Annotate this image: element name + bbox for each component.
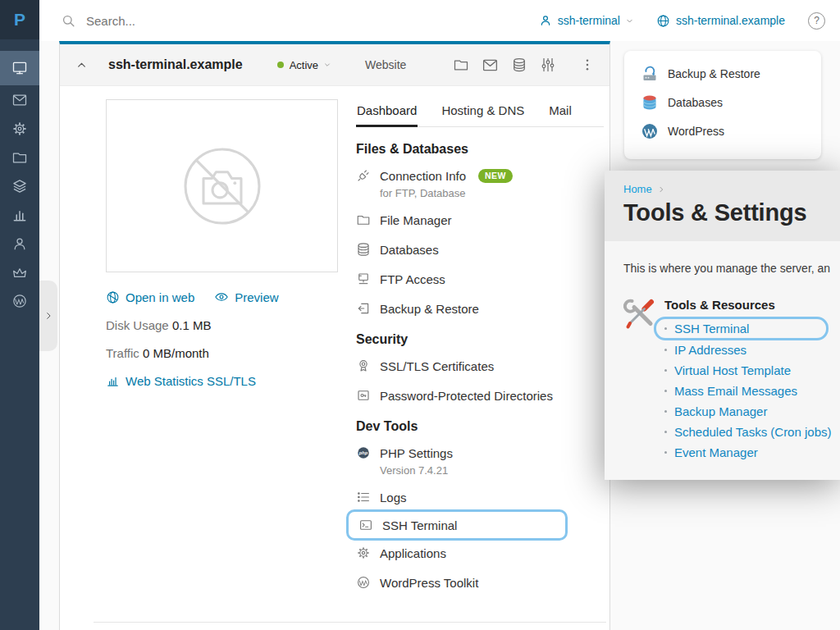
tools-link-label: Backup Manager bbox=[674, 404, 767, 418]
monitor-icon bbox=[11, 60, 28, 76]
collapse-chevron-up-icon[interactable] bbox=[76, 60, 87, 71]
sidebar-item-files[interactable] bbox=[0, 143, 39, 171]
sidebar-item-statistics[interactable] bbox=[0, 200, 39, 229]
preview-link[interactable]: Preview bbox=[214, 290, 278, 304]
wrench-screwdriver-icon bbox=[623, 297, 658, 464]
sidebar-nav bbox=[0, 51, 39, 315]
tools-link-label: Scheduled Tasks (Cron jobs) bbox=[674, 425, 831, 439]
item-connection-info[interactable]: Connection Info NEW bbox=[356, 167, 604, 185]
section-title-security: Security bbox=[356, 332, 604, 347]
tab-hosting-dns[interactable]: Hosting & DNS bbox=[441, 99, 525, 126]
sidebar-expand-flap[interactable] bbox=[39, 281, 57, 351]
bullet-dot bbox=[664, 451, 667, 454]
traffic-label: Traffic bbox=[106, 346, 139, 360]
tools-link-event-manager[interactable]: Event Manager bbox=[664, 444, 831, 460]
bullet-dot bbox=[664, 369, 667, 372]
quick-databases[interactable]: Databases bbox=[641, 94, 821, 111]
sidebar-item-settings[interactable] bbox=[0, 114, 39, 143]
tools-settings-overlay: Home Tools & Settings This is where you … bbox=[605, 171, 840, 480]
quick-wordpress[interactable]: WordPress bbox=[641, 123, 821, 139]
item-php-settings[interactable]: php PHP Settings bbox=[356, 444, 604, 462]
web-statistics-label: Web Statistics SSL/TLS bbox=[126, 374, 256, 388]
disk-usage-value: 0.1 MB bbox=[172, 318, 212, 332]
wordpress-icon bbox=[356, 575, 371, 590]
tools-link-mass-email-messages[interactable]: Mass Email Messages bbox=[664, 382, 831, 399]
crown-icon bbox=[11, 264, 28, 281]
overlay-body: This is where you manage the server, an … bbox=[605, 241, 840, 480]
quick-item-label: WordPress bbox=[668, 125, 724, 138]
sidebar-item-databases[interactable] bbox=[0, 171, 39, 200]
traffic-value: 0 MB/month bbox=[143, 346, 209, 360]
bullet-dot bbox=[664, 431, 667, 433]
file-manager-icon[interactable] bbox=[453, 57, 469, 73]
item-ssh-terminal[interactable]: SSH Terminal bbox=[358, 518, 555, 532]
layers-icon bbox=[11, 178, 28, 194]
item-file-manager[interactable]: File Manager bbox=[356, 211, 604, 229]
ssh-terminal-link-highlight-box: SSH Terminal bbox=[654, 317, 829, 340]
current-site-label: ssh-terminal.example bbox=[676, 14, 785, 27]
plesk-logo-letter: P bbox=[14, 10, 25, 30]
quick-backup-restore[interactable]: Backup & Restore bbox=[641, 66, 821, 82]
database-icon[interactable] bbox=[511, 57, 527, 73]
overlay-header: Home Tools & Settings bbox=[605, 171, 840, 241]
tools-resources-content: Tools & Resources SSH Terminal IP Addres… bbox=[664, 295, 831, 464]
preview-label: Preview bbox=[235, 290, 278, 304]
tools-link-virtual-host-template[interactable]: Virtual Host Template bbox=[664, 362, 831, 378]
tools-link-ip-addresses[interactable]: IP Addresses bbox=[664, 341, 831, 358]
gear-icon bbox=[11, 121, 28, 137]
tools-link-scheduled-tasks[interactable]: Scheduled Tasks (Cron jobs) bbox=[664, 423, 831, 440]
sidebar-item-mail[interactable] bbox=[0, 85, 39, 114]
sidebar-item-wordpress[interactable] bbox=[0, 286, 39, 315]
item-ftp-access[interactable]: FTP Access bbox=[356, 270, 604, 288]
item-label: Backup & Restore bbox=[380, 302, 479, 316]
plug-icon bbox=[356, 168, 371, 183]
tools-link-backup-manager[interactable]: Backup Manager bbox=[664, 403, 831, 419]
item-backup-restore[interactable]: Backup & Restore bbox=[356, 299, 604, 317]
search-input[interactable] bbox=[86, 14, 349, 28]
breadcrumb-home-link[interactable]: Home bbox=[623, 183, 652, 195]
sidebar-item-account[interactable] bbox=[0, 258, 39, 286]
domain-type-label: Website bbox=[365, 58, 406, 71]
current-site-link[interactable]: ssh-terminal.example bbox=[656, 14, 785, 28]
plesk-logo[interactable]: P bbox=[0, 0, 39, 39]
tools-resources-title: Tools & Resources bbox=[664, 298, 831, 312]
status-label: Active bbox=[290, 59, 318, 71]
tools-link-ssh-terminal[interactable]: SSH Terminal bbox=[664, 322, 816, 336]
wordpress-icon bbox=[11, 293, 28, 309]
search-icon bbox=[61, 13, 76, 29]
open-in-web-link[interactable]: Open in web bbox=[106, 290, 194, 304]
web-statistics-link[interactable]: Web Statistics SSL/TLS bbox=[106, 374, 340, 388]
bullet-dot bbox=[664, 327, 667, 330]
gear-icon bbox=[356, 546, 371, 560]
list-icon bbox=[356, 490, 371, 504]
mail-icon[interactable] bbox=[482, 57, 499, 74]
status-badge[interactable]: Active bbox=[277, 59, 331, 71]
item-password-protected[interactable]: Password-Protected Directories bbox=[356, 386, 604, 404]
item-label: File Manager bbox=[380, 213, 452, 227]
kebab-menu-icon[interactable] bbox=[580, 57, 595, 72]
user-menu[interactable]: ssh-terminal bbox=[539, 14, 633, 27]
mail-icon bbox=[11, 92, 28, 108]
item-label: Password-Protected Directories bbox=[380, 389, 553, 403]
new-badge: NEW bbox=[478, 169, 513, 183]
help-icon[interactable]: ? bbox=[808, 12, 825, 30]
sidebar-item-users[interactable] bbox=[0, 229, 39, 258]
item-label: Applications bbox=[380, 546, 446, 560]
item-applications[interactable]: Applications bbox=[356, 544, 604, 562]
backup-restore-icon bbox=[356, 301, 371, 316]
item-wordpress-toolkit[interactable]: WordPress Toolkit bbox=[356, 573, 604, 591]
section-title-dev-tools: Dev Tools bbox=[356, 419, 604, 434]
item-label: Databases bbox=[380, 243, 439, 257]
site-screenshot-placeholder bbox=[106, 99, 338, 272]
item-ssl-certificates[interactable]: SSL/TLS Certificates bbox=[356, 357, 604, 375]
sliders-icon[interactable] bbox=[540, 57, 556, 73]
item-databases[interactable]: Databases bbox=[356, 240, 604, 258]
tab-dashboard[interactable]: Dashboard bbox=[356, 99, 418, 127]
sidebar-item-websites[interactable] bbox=[0, 51, 39, 85]
item-label: SSH Terminal bbox=[382, 518, 457, 532]
domain-title: ssh-terminal.example bbox=[108, 57, 243, 72]
traffic-metric: Traffic 0 MB/month bbox=[106, 346, 340, 360]
tab-mail[interactable]: Mail bbox=[548, 99, 573, 126]
item-logs[interactable]: Logs bbox=[356, 488, 604, 506]
database-icon bbox=[356, 242, 371, 257]
